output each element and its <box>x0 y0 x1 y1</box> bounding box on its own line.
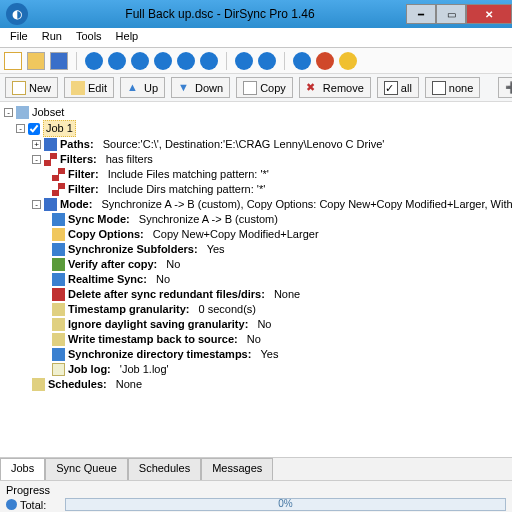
minimize-button[interactable]: ━ <box>406 4 436 24</box>
job-toolbar: New Edit ▲Up ▼Down Copy ✖Remove ✓all non… <box>0 74 512 102</box>
new-file-icon[interactable] <box>4 52 22 70</box>
daylight-value[interactable]: No <box>257 317 271 332</box>
filter-icon <box>52 168 65 181</box>
toolbar-action-7[interactable] <box>235 52 253 70</box>
progress-label: Progress <box>6 484 506 496</box>
job-tree[interactable]: -Jobset -Job 1 +Paths: Source:'C:\', Des… <box>0 102 512 458</box>
daylight-icon <box>52 318 65 331</box>
book-icon[interactable] <box>316 52 334 70</box>
filters-icon <box>44 153 57 166</box>
delete-icon <box>52 288 65 301</box>
verify-icon <box>52 258 65 271</box>
window-title: Full Back up.dsc - DirSync Pro 1.46 <box>34 7 406 21</box>
dir-ts-value[interactable]: Yes <box>260 347 278 362</box>
new-button[interactable]: New <box>5 77 58 98</box>
maximize-button[interactable]: ▭ <box>436 4 466 24</box>
toolbar-action-2[interactable] <box>108 52 126 70</box>
filter-icon <box>52 183 65 196</box>
mode-value[interactable]: Synchronize A -> B (custom), Copy Option… <box>101 197 512 212</box>
timestamp-icon <box>52 303 65 316</box>
total-icon <box>6 499 17 510</box>
realtime-icon <box>52 273 65 286</box>
filter-dirs-value[interactable]: Include Dirs matching pattern: '*' <box>108 182 266 197</box>
menu-run[interactable]: Run <box>36 30 68 45</box>
edit-button[interactable]: Edit <box>64 77 114 98</box>
paths-value[interactable]: Source:'C:\', Destination:'E:\CRAG Lenny… <box>103 137 385 152</box>
down-button[interactable]: ▼Down <box>171 77 230 98</box>
copy-opts-icon <box>52 228 65 241</box>
tab-schedules[interactable]: Schedules <box>128 458 201 480</box>
menu-file[interactable]: File <box>4 30 34 45</box>
tree-twisty[interactable]: - <box>32 155 41 164</box>
toolbar-action-6[interactable] <box>200 52 218 70</box>
open-icon[interactable] <box>27 52 45 70</box>
filters-value[interactable]: has filters <box>106 152 153 167</box>
tab-jobs[interactable]: Jobs <box>0 458 45 480</box>
job-label[interactable]: Job 1 <box>43 120 76 137</box>
total-progress-bar: 0% <box>65 498 506 511</box>
remove-button[interactable]: ✖Remove <box>299 77 371 98</box>
progress-panel: Progress Total: 0% Current: 0% <box>0 480 512 512</box>
tab-sync-queue[interactable]: Sync Queue <box>45 458 128 480</box>
subfolders-icon <box>52 243 65 256</box>
schedules-icon <box>32 378 45 391</box>
toolbar-action-5[interactable] <box>177 52 195 70</box>
schedules-value[interactable]: None <box>116 377 142 392</box>
write-ts-value[interactable]: No <box>247 332 261 347</box>
verify-value[interactable]: No <box>166 257 180 272</box>
sync-mode-value[interactable]: Synchronize A -> B (custom) <box>139 212 278 227</box>
copy-opts-value[interactable]: Copy New+Copy Modified+Larger <box>153 227 319 242</box>
copy-button[interactable]: Copy <box>236 77 293 98</box>
tree-twisty[interactable]: - <box>16 124 25 133</box>
close-button[interactable]: ✕ <box>466 4 512 24</box>
sync-mode-icon <box>52 213 65 226</box>
toolbar-action-4[interactable] <box>154 52 172 70</box>
log-value[interactable]: 'Job 1.log' <box>120 362 169 377</box>
job-checkbox[interactable] <box>28 123 40 135</box>
all-button[interactable]: ✓all <box>377 77 419 98</box>
log-icon <box>52 363 65 376</box>
main-toolbar <box>0 48 512 74</box>
filter-files-value[interactable]: Include Files matching pattern: '*' <box>108 167 269 182</box>
total-label: Total: <box>20 499 46 511</box>
bottom-tabs: Jobs Sync Queue Schedules Messages <box>0 458 512 480</box>
write-ts-icon <box>52 333 65 346</box>
help-icon[interactable] <box>293 52 311 70</box>
save-icon[interactable] <box>50 52 68 70</box>
menu-tools[interactable]: Tools <box>70 30 108 45</box>
realtime-value[interactable]: No <box>156 272 170 287</box>
tree-twisty[interactable]: - <box>32 200 41 209</box>
expand-button[interactable]: ➕Expand <box>498 77 512 98</box>
timestamp-value[interactable]: 0 second(s) <box>199 302 256 317</box>
delete-value[interactable]: None <box>274 287 300 302</box>
toolbar-action-1[interactable] <box>85 52 103 70</box>
smiley-icon[interactable] <box>339 52 357 70</box>
paths-icon <box>44 138 57 151</box>
subfolders-value[interactable]: Yes <box>207 242 225 257</box>
dir-ts-icon <box>52 348 65 361</box>
tree-twisty[interactable]: + <box>32 140 41 149</box>
up-button[interactable]: ▲Up <box>120 77 165 98</box>
jobset-icon <box>16 106 29 119</box>
jobset-label[interactable]: Jobset <box>32 105 64 120</box>
menu-help[interactable]: Help <box>110 30 145 45</box>
tab-messages[interactable]: Messages <box>201 458 273 480</box>
toolbar-action-3[interactable] <box>131 52 149 70</box>
menubar: File Run Tools Help <box>0 28 512 48</box>
tree-twisty[interactable]: - <box>4 108 13 117</box>
none-button[interactable]: none <box>425 77 480 98</box>
mode-icon <box>44 198 57 211</box>
app-icon: ◐ <box>6 3 28 25</box>
toolbar-action-8[interactable] <box>258 52 276 70</box>
